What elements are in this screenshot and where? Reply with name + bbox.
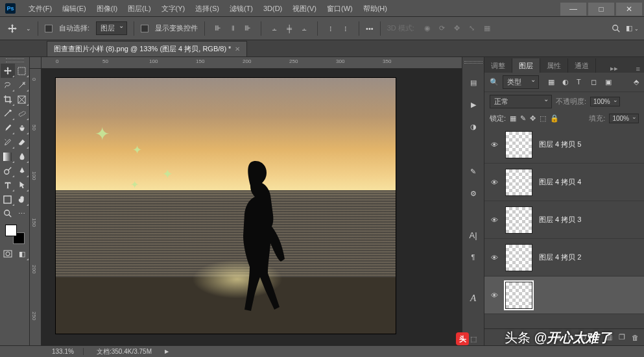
glyphs-panel-icon[interactable]: A <box>467 292 480 304</box>
close-button[interactable]: ✕ <box>616 3 642 16</box>
layer-name[interactable]: 图层 4 拷贝 3 <box>539 215 639 225</box>
layer-row[interactable]: 👁图层 4 拷贝 5 <box>484 126 644 164</box>
color-swatches[interactable] <box>5 225 25 244</box>
filter-toggle-icon[interactable]: ⬘ <box>634 78 639 86</box>
visibility-toggle[interactable]: 👁 <box>490 141 499 149</box>
filter-shape-icon[interactable]: ◻ <box>591 78 600 86</box>
gradient-tool[interactable] <box>1 149 15 164</box>
layer-thumbnail[interactable] <box>505 131 532 158</box>
menu-edit[interactable]: 编辑(E) <box>57 0 91 17</box>
blend-mode-dropdown[interactable]: 正常 <box>490 95 552 108</box>
ruler-vertical[interactable]: 050100150200250 <box>30 69 42 345</box>
menu-layer[interactable]: 图层(L) <box>123 0 156 17</box>
history-brush-tool[interactable] <box>1 135 15 149</box>
auto-select-checkbox[interactable] <box>45 25 53 32</box>
clone-stamp-tool[interactable] <box>15 121 29 135</box>
layer-row[interactable]: 👁 <box>484 277 644 314</box>
document-tab[interactable]: 图查查图片小样 (8).png @ 133% (图层 4 拷贝, RGB/8) … <box>47 41 247 56</box>
menu-window[interactable]: 窗口(W) <box>322 0 358 17</box>
path-select-tool[interactable] <box>15 178 29 192</box>
distribute-h-icon[interactable]: ⫶ <box>324 23 337 34</box>
brush-tool[interactable] <box>1 121 15 135</box>
hand-tool[interactable] <box>15 192 29 206</box>
play-icon[interactable]: ▶ <box>467 99 480 110</box>
healing-tool[interactable] <box>15 106 29 121</box>
maximize-button[interactable]: □ <box>588 3 614 16</box>
ruler-horizontal[interactable]: 050100150200250300350 <box>42 57 462 69</box>
search-icon[interactable] <box>612 24 621 33</box>
history-panel-icon[interactable]: ▤ <box>467 77 480 88</box>
layer-thumbnail[interactable] <box>505 169 532 196</box>
layer-name[interactable]: 图层 4 拷贝 4 <box>539 177 639 187</box>
menu-image[interactable]: 图像(I) <box>91 0 123 17</box>
adjustments-icon[interactable]: ⚙ <box>467 188 480 200</box>
lock-artboard-icon[interactable]: ⬚ <box>540 114 546 123</box>
auto-select-dropdown[interactable]: 图层 <box>96 21 127 35</box>
layer-thumbnail[interactable] <box>505 282 532 309</box>
eyedropper-tool[interactable] <box>1 106 15 121</box>
dodge-tool[interactable] <box>1 164 15 178</box>
screen-mode-icon[interactable]: ◧ <box>15 247 29 261</box>
minimize-button[interactable]: — <box>560 3 586 16</box>
layers-list[interactable]: 👁图层 4 拷贝 5 👁图层 4 拷贝 4 👁图层 4 拷贝 3 👁图层 4 拷… <box>484 126 644 328</box>
menu-3d[interactable]: 3D(D) <box>258 0 287 17</box>
tab-layers[interactable]: 图层 <box>512 58 540 73</box>
canvas-area[interactable]: 050100150200250300350 050100150200250 ✦ … <box>30 57 462 345</box>
layer-name[interactable]: 图层 4 拷贝 2 <box>539 252 639 262</box>
edit-toolbar-icon[interactable]: ⋯ <box>15 206 29 221</box>
menu-file[interactable]: 文件(F) <box>23 0 57 17</box>
layer-row[interactable]: 👁图层 4 拷贝 3 <box>484 201 644 239</box>
ruler-origin[interactable] <box>30 57 42 69</box>
show-transform-checkbox[interactable] <box>141 25 149 32</box>
character-panel-icon[interactable]: A| <box>467 229 480 241</box>
menu-view[interactable]: 视图(V) <box>287 0 322 17</box>
menu-help[interactable]: 帮助(H) <box>358 0 392 17</box>
zoom-level[interactable]: 133.1% <box>52 348 84 355</box>
fill-input[interactable]: 100% <box>609 114 639 123</box>
shape-tool[interactable] <box>1 192 15 206</box>
workspace-switcher-icon[interactable]: ◧ ⌄ <box>626 24 639 32</box>
fg-color-swatch[interactable] <box>5 225 17 236</box>
paragraph-panel-icon[interactable]: ¶ <box>467 251 480 263</box>
move-tool[interactable] <box>1 64 15 78</box>
filter-smart-icon[interactable]: ▣ <box>605 78 614 86</box>
align-left-icon[interactable]: ⊪ <box>211 23 224 34</box>
zoom-tool[interactable] <box>1 206 15 221</box>
status-chevron-icon[interactable]: ▶ <box>165 349 169 354</box>
filter-type-dropdown[interactable]: 类型 <box>503 75 539 89</box>
quick-mask-icon[interactable] <box>1 247 15 261</box>
lasso-tool[interactable] <box>1 78 15 92</box>
close-tab-icon[interactable]: ✕ <box>235 45 240 53</box>
lock-transparency-icon[interactable]: ▦ <box>510 114 516 123</box>
blur-tool[interactable] <box>15 149 29 164</box>
lock-position-icon[interactable]: ✥ <box>530 114 536 123</box>
frame-tool[interactable] <box>15 92 29 106</box>
menu-type[interactable]: 文字(Y) <box>156 0 191 17</box>
toolbox-grip[interactable] <box>6 58 24 62</box>
align-vcenter-icon[interactable]: ╪ <box>283 23 296 34</box>
align-right-icon[interactable]: ⊪ <box>241 23 254 34</box>
visibility-toggle[interactable]: 👁 <box>490 291 499 299</box>
color-panel-icon[interactable]: ◑ <box>467 121 480 133</box>
menu-select[interactable]: 选择(S) <box>190 0 224 17</box>
brushes-icon[interactable]: ✎ <box>467 166 480 177</box>
canvas[interactable]: ✦ ✦ ✦ ✦ <box>56 78 396 334</box>
menu-filter[interactable]: 滤镜(T) <box>224 0 258 17</box>
align-bottom-icon[interactable]: ⫠ <box>298 23 311 34</box>
new-layer-icon[interactable]: ❐ <box>619 333 625 341</box>
delete-layer-icon[interactable]: 🗑 <box>632 334 639 341</box>
document-info[interactable]: 文档:350.4K/3.75M <box>97 347 152 356</box>
layer-row[interactable]: 👁图层 4 拷贝 4 <box>484 164 644 201</box>
filter-type-icon[interactable]: T <box>577 78 586 86</box>
visibility-toggle[interactable]: 👁 <box>490 254 499 262</box>
type-tool[interactable] <box>1 178 15 192</box>
dock-grip[interactable] <box>464 61 483 64</box>
panel-collapse-icon[interactable]: ▸▸ <box>606 64 622 73</box>
more-options-icon[interactable]: ••• <box>366 25 374 32</box>
lock-all-icon[interactable]: 🔒 <box>550 114 559 123</box>
align-top-icon[interactable]: ⫠ <box>268 23 281 34</box>
opacity-input[interactable]: 100% <box>590 97 620 106</box>
panel-menu-icon[interactable]: ≡ <box>632 65 644 73</box>
layer-thumbnail[interactable] <box>505 206 532 234</box>
visibility-toggle[interactable]: 👁 <box>490 216 499 224</box>
